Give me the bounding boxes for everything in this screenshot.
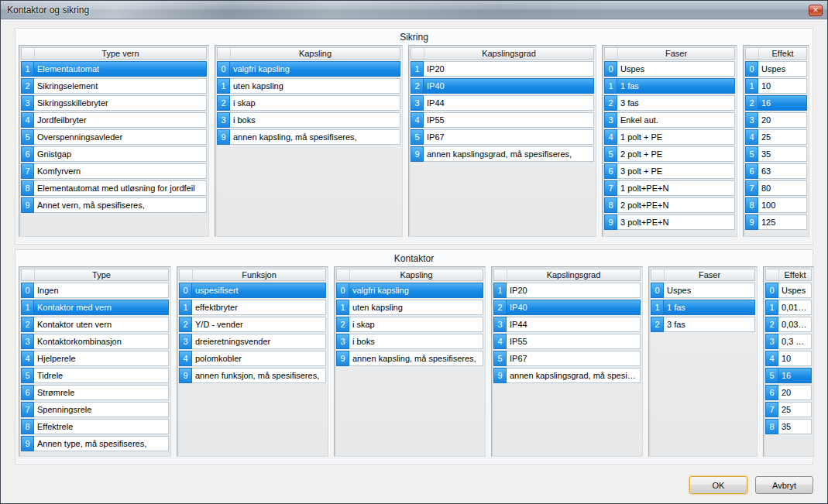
item-number-badge: 4 <box>765 351 778 366</box>
list-item[interactable]: 4Jordfeilbryter <box>21 112 207 128</box>
item-number-badge: 9 <box>21 436 34 451</box>
column-header-label: Faser <box>665 269 754 280</box>
item-label: Effektrele <box>34 419 169 434</box>
list-item[interactable]: 9Annen type, må spesifiseres, <box>21 436 169 451</box>
list-item[interactable]: 23 fas <box>651 317 755 332</box>
list-item[interactable]: 3i boks <box>336 334 483 349</box>
list-item[interactable]: 23 fas <box>604 95 735 111</box>
list-item[interactable]: 11 fas <box>604 78 735 94</box>
list-item[interactable]: 2IP40 <box>493 300 641 315</box>
item-number-badge: 8 <box>21 419 34 434</box>
list-item[interactable]: 7Spenningsrele <box>21 402 169 417</box>
item-label: 63 <box>758 163 807 179</box>
list-item[interactable]: 4IP55 <box>411 112 594 128</box>
list-item[interactable]: 1uten kapsling <box>217 78 400 94</box>
list-item[interactable]: 63 polt + PE <box>604 163 735 179</box>
list-item[interactable]: 0Ingen <box>21 283 169 298</box>
list-item[interactable]: 0Uspes <box>604 61 735 77</box>
list-item[interactable]: 7Komfyrvern <box>21 163 207 179</box>
item-number-badge: 4 <box>21 351 34 366</box>
list-item[interactable]: 0uspesifisert <box>179 283 326 298</box>
list-item[interactable]: 1IP20 <box>493 283 641 298</box>
list-item[interactable]: 4IP55 <box>493 334 641 349</box>
list-item[interactable]: 0Uspes <box>765 283 812 298</box>
list-item[interactable]: 8100 <box>745 197 807 213</box>
list-item[interactable]: 535 <box>745 146 807 162</box>
close-button[interactable]: ✕ <box>809 5 823 16</box>
list-item[interactable]: 11 fas <box>651 300 755 315</box>
list-item[interactable]: 725 <box>765 402 812 417</box>
list-item[interactable]: 4polomkobler <box>179 351 326 366</box>
list-item[interactable]: 82 polt+PE+N <box>604 197 735 213</box>
list-item[interactable]: 9125 <box>745 214 807 230</box>
item-label: Ingen <box>34 283 169 298</box>
groups-container: SikringType vern1Elementautomat2Sikrings… <box>15 28 813 465</box>
list-item[interactable]: 9annen kapsling, må spesifiseres, <box>217 129 400 145</box>
list-item[interactable]: 3i boks <box>217 112 400 128</box>
list-item[interactable]: 0Uspes <box>651 283 755 298</box>
list-item[interactable]: 835 <box>765 419 812 434</box>
item-number-badge: 3 <box>21 95 34 111</box>
list-item[interactable]: 1Kontaktor med vern <box>21 300 169 315</box>
list-item[interactable]: 663 <box>745 163 807 179</box>
list-item[interactable]: 8Effektrele <box>21 419 169 434</box>
list-item[interactable]: 2Sikringselement <box>21 78 207 94</box>
list-item[interactable]: 3Sikringsskillebryter <box>21 95 207 111</box>
list-item[interactable]: 216 <box>745 95 807 111</box>
item-number-badge: 9 <box>493 368 507 383</box>
list-item[interactable]: 320 <box>745 112 807 128</box>
list-item[interactable]: 5Tidrele <box>21 368 169 383</box>
list-item[interactable]: 5IP67 <box>411 129 594 145</box>
list-item[interactable]: 410 <box>765 351 812 366</box>
list-item[interactable]: 10,01 mA <box>765 300 812 315</box>
list-item[interactable]: 3IP44 <box>493 317 641 332</box>
list-item[interactable]: 9annen kapsling, må spesifiseres, <box>336 351 483 366</box>
list-item[interactable]: 3Enkel aut. <box>604 112 735 128</box>
list-item[interactable]: 516 <box>765 368 812 383</box>
list-item[interactable]: 20,03 mA <box>765 317 812 332</box>
item-label: annen funksjon, må spesifiseres, <box>192 368 326 383</box>
list-item[interactable]: 71 polt+PE+N <box>604 180 735 196</box>
list-item[interactable]: 8Elementautomat med utløsning for jordfe… <box>21 180 207 196</box>
list-item[interactable]: 425 <box>745 129 807 145</box>
list-item[interactable]: 6Strømrele <box>21 385 169 400</box>
list-item[interactable]: 9annen kapslingsgrad, må spesifiseres, <box>493 368 641 383</box>
list-item[interactable]: 1IP20 <box>411 61 594 77</box>
list-item[interactable]: 2Y/D - vender <box>179 317 326 332</box>
list-item[interactable]: 780 <box>745 180 807 196</box>
list-item[interactable]: 41 polt + PE <box>604 129 735 145</box>
list-item[interactable]: 3IP44 <box>411 95 594 111</box>
list-item[interactable]: 93 polt+PE+N <box>604 214 735 230</box>
list-item[interactable]: 4Hjelperele <box>21 351 169 366</box>
ok-button[interactable]: OK <box>689 476 747 494</box>
group-title-sikring: Sikring <box>19 31 809 45</box>
panel-row: Type0Ingen1Kontaktor med vern2Kontaktor … <box>19 266 809 457</box>
item-label: Uspes <box>617 61 735 77</box>
list-item[interactable]: 110 <box>745 78 807 94</box>
list-item[interactable]: 52 polt + PE <box>604 146 735 162</box>
list-item[interactable]: 1Elementautomat <box>21 61 207 77</box>
list-item[interactable]: 3Kontaktorkombinasjon <box>21 334 169 349</box>
item-label: 1 polt+PE+N <box>617 180 735 196</box>
titlebar: Kontaktor og sikring ✕ <box>1 1 827 19</box>
list-item[interactable]: 2IP40 <box>411 78 594 94</box>
list-item[interactable]: 0Uspes <box>745 61 807 77</box>
list-item[interactable]: 5IP67 <box>493 351 641 366</box>
list-item[interactable]: 9Annet vern, må spesifiseres, <box>21 197 207 213</box>
list-item[interactable]: 5Overspenningsavleder <box>21 129 207 145</box>
list-item[interactable]: 2i skap <box>336 317 483 332</box>
list-item[interactable]: 620 <box>765 385 812 400</box>
list-item[interactable]: 9annen funksjon, må spesifiseres, <box>179 368 326 383</box>
list-item[interactable]: 2i skap <box>217 95 400 111</box>
list-item[interactable]: 1effektbryter <box>179 300 326 315</box>
list-item[interactable]: 0valgfri kapsling <box>336 283 483 298</box>
list-item[interactable]: 9annen kapslingsgrad, må spesifiseres, <box>411 146 594 162</box>
list-item[interactable]: 2Kontaktor uten vern <box>21 317 169 332</box>
list-item[interactable]: 1uten kapsling <box>336 300 483 315</box>
list-item[interactable]: 3dreieretningsvender <box>179 334 326 349</box>
cancel-button[interactable]: Avbryt <box>755 476 813 494</box>
list-item[interactable]: 0valgfri kapsling <box>217 61 400 77</box>
list-item[interactable]: 6Gnistgap <box>21 146 207 162</box>
list-panel-kontaktor-kapslingsgrad: Kapslingsgrad1IP202IP403IP444IP555IP679a… <box>491 266 643 457</box>
list-item[interactable]: 30,3 mA <box>765 334 812 349</box>
